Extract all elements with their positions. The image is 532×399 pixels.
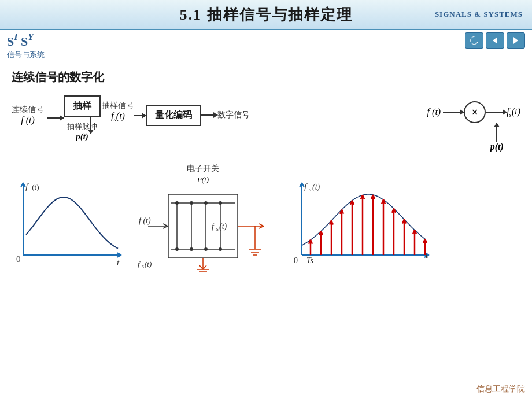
watermark-text: 信息工程学院: [476, 385, 525, 393]
section-title: 连续信号的数字化: [12, 69, 520, 85]
sampled-signal-label: 抽样信号: [102, 101, 134, 111]
right-chart-canvas: [279, 177, 435, 272]
mult-arrow-in: [443, 112, 464, 113]
main-content: 连续信号的数字化 连续信号 f (t) 抽样 抽样脉冲 p(t): [12, 69, 520, 382]
middle-chart: 电子开关 P(t): [136, 164, 269, 272]
sample-box-group: 抽样 抽样脉冲 p(t): [64, 95, 101, 135]
multiplier-diagram: f (t) × fs(t): [427, 101, 520, 152]
header-title: 5.1 抽样信号与抽样定理: [180, 5, 353, 25]
brand-label: SIGNALS & SYSTEMS: [435, 10, 523, 19]
mult-pt-label: p(t): [490, 142, 504, 152]
right-chart: [279, 177, 435, 272]
logo-area: SI SY 信号与系统: [7, 32, 65, 67]
switch-title: 电子开关: [136, 164, 269, 174]
digital-signal-label-group: 数字信号: [217, 110, 250, 120]
middle-chart-canvas: [136, 186, 269, 272]
bottom-charts: 电子开关 P(t): [12, 164, 520, 272]
sampled-signal-label-group: 抽样信号 fs(t): [102, 101, 134, 123]
logo-text: SI SY: [7, 32, 34, 49]
svg-marker-0: [493, 37, 497, 44]
header: 5.1 抽样信号与抽样定理 SIGNALS & SYSTEMS: [0, 0, 532, 30]
left-chart: [12, 177, 127, 272]
continuous-signal-label: 连续信号: [12, 105, 44, 115]
multiplier-circle: ×: [464, 101, 486, 123]
left-chart-canvas: [12, 177, 127, 272]
arrow3: [201, 114, 217, 116]
quantize-box: 量化编码: [146, 105, 201, 126]
mult-fs-label: fs(t): [507, 106, 520, 118]
mult-symbol: ×: [471, 106, 478, 119]
back-button[interactable]: [486, 32, 504, 49]
block-diagram: 连续信号 f (t) 抽样 抽样脉冲 p(t): [12, 95, 250, 135]
nav-buttons: [465, 32, 525, 49]
logo-subtitle: 信号与系统: [7, 50, 45, 60]
watermark: 信息工程学院: [476, 384, 525, 394]
fs-middle-label: fs(t): [111, 111, 125, 123]
pt-switch-label: P(t): [136, 175, 269, 184]
digital-signal-label: 数字信号: [217, 110, 250, 120]
svg-marker-1: [513, 37, 518, 44]
mult-pt-group: p(t): [474, 123, 520, 152]
arrow1: [47, 117, 64, 119]
mult-ft-label: f (t): [427, 107, 441, 117]
ft-input-label: f (t): [21, 115, 35, 125]
arrow2: [134, 115, 146, 116]
forward-button[interactable]: [507, 32, 525, 49]
sample-box: 抽样: [64, 95, 101, 117]
refresh-button[interactable]: [465, 32, 483, 49]
mult-arrow-out: [486, 112, 507, 113]
